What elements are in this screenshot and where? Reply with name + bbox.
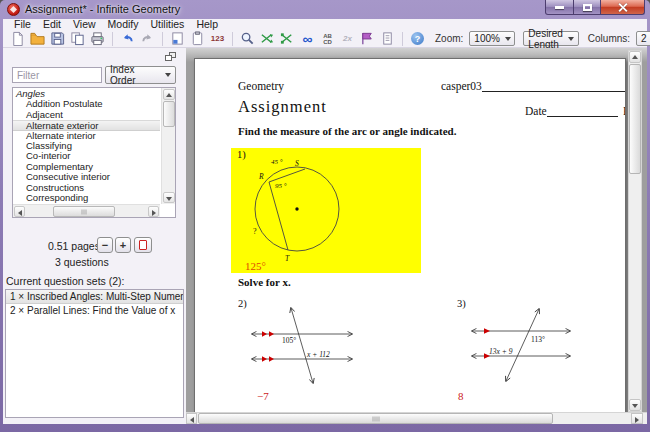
scroll-left-icon[interactable] [186, 413, 197, 424]
question-set-item-selected[interactable]: 1 × Inscribed Angles: Multi-Step Numeric [6, 290, 183, 304]
sidebar: Index Order Angles Addition Postulate Ad… [3, 48, 186, 424]
topic-item-selected[interactable]: Alternate exterior [13, 120, 160, 130]
infinite-questions-icon[interactable]: ∞ [299, 31, 316, 47]
scroll-right-icon[interactable] [148, 206, 159, 217]
redo-icon[interactable] [139, 31, 156, 47]
toolbar: 123 ∞ ABCD 2x ? Zoom: 100% Desired Lengt… [3, 30, 647, 48]
topic-list: Angles Addition Postulate Adjacent Alter… [12, 87, 176, 218]
menu-view[interactable]: View [67, 19, 102, 30]
scroll-thumb[interactable] [53, 206, 115, 217]
scroll-down-icon[interactable] [163, 192, 175, 203]
svg-text:S: S [295, 159, 299, 168]
order-combo[interactable]: Index Order [105, 66, 176, 84]
topic-list-hscrollbar[interactable] [13, 204, 160, 217]
worksheet-page: Geometry casper03 Assignment Date P Find… [194, 58, 626, 413]
question2-answer: −7 [257, 390, 269, 402]
menu-file[interactable]: File [8, 19, 37, 30]
svg-text:?: ? [253, 227, 257, 236]
menu-help[interactable]: Help [190, 19, 224, 30]
remove-question-button[interactable]: − [97, 237, 113, 253]
chevron-down-icon [165, 73, 171, 77]
questions-count: 3 questions [55, 256, 109, 268]
page-setup-icon[interactable] [169, 31, 186, 47]
toolbar-separator [162, 32, 163, 46]
flag-icon[interactable] [359, 31, 376, 47]
worksheet-title: Assignment [238, 97, 327, 117]
scroll-up-icon[interactable] [629, 51, 641, 63]
svg-text:R: R [258, 172, 264, 181]
menu-modify[interactable]: Modify [102, 19, 145, 30]
maximize-button[interactable] [574, 0, 601, 15]
zoom-window-icon[interactable] [239, 31, 256, 47]
open-folder-icon[interactable] [29, 31, 46, 47]
topic-item[interactable]: Consecutive interior [13, 172, 160, 182]
document-vscrollbar[interactable] [628, 50, 642, 412]
duplicate-icon[interactable] [69, 31, 86, 47]
zoom-combo[interactable]: 100% [469, 31, 515, 46]
scroll-right-icon[interactable] [631, 413, 643, 424]
numbering-icon[interactable]: 123 [209, 31, 226, 47]
multiple-choices-icon[interactable]: ABCD [319, 31, 336, 47]
question1-answer: 125° [245, 260, 266, 272]
scroll-down-icon[interactable] [629, 399, 641, 411]
maximize-icon [583, 4, 592, 11]
svg-text:x + 112: x + 112 [306, 350, 330, 359]
question1-diagram[interactable]: 45 ° S R 95 ° ? T [231, 148, 421, 273]
undock-panel-icon[interactable] [165, 52, 176, 61]
scroll-thumb[interactable] [198, 413, 553, 424]
course-name: Geometry [238, 80, 284, 92]
columns-combo[interactable]: 2 [636, 31, 650, 46]
scroll-up-icon[interactable] [163, 89, 175, 100]
pages-count: 0.51 pages [48, 240, 100, 252]
print-icon[interactable] [89, 31, 106, 47]
app-window: Assignment* - Infinite Geometry File Edi… [0, 0, 650, 432]
menu-edit[interactable]: Edit [37, 19, 67, 30]
new-document-icon[interactable] [9, 31, 26, 47]
spacing-icon[interactable]: 2x [339, 31, 356, 47]
question3-answer: 8 [458, 390, 464, 402]
app-icon [7, 3, 20, 16]
titlebar[interactable]: Assignment* - Infinite Geometry [0, 0, 650, 19]
scroll-thumb[interactable] [163, 101, 175, 127]
chevron-down-icon [568, 37, 574, 41]
question2-diagram[interactable]: 105° x + 112 [235, 299, 365, 394]
undo-icon[interactable] [119, 31, 136, 47]
scroll-left-icon[interactable] [14, 206, 25, 217]
svg-text:105°: 105° [282, 336, 296, 345]
section2-heading: Solve for x. [238, 276, 291, 288]
toolbar-separator [112, 32, 113, 46]
document-hscrollbar[interactable] [186, 412, 647, 424]
question3-diagram[interactable]: 113° 13x + 9 [455, 299, 585, 394]
window-title: Assignment* - Infinite Geometry [25, 3, 180, 15]
chevron-down-icon [505, 37, 511, 41]
save-icon[interactable] [49, 31, 66, 47]
scroll-thumb[interactable] [629, 64, 641, 174]
filter-input[interactable] [12, 67, 102, 83]
scramble-questions-icon[interactable] [259, 31, 276, 47]
minimize-icon [555, 6, 564, 9]
name-line: casper03 [441, 80, 626, 92]
period-label-partial: P [623, 105, 626, 117]
scramble-choices-icon[interactable] [279, 31, 296, 47]
topic-item[interactable]: Adjacent [13, 110, 160, 120]
help-icon[interactable]: ? [409, 31, 426, 47]
spacing-combo[interactable]: Desired Length [523, 31, 578, 46]
zoom-label: Zoom: [435, 33, 463, 44]
question-set-item[interactable]: 2 × Parallel Lines: Find the Value of x [6, 304, 183, 318]
date-line: Date [525, 105, 618, 117]
question-sets-list: 1 × Inscribed Angles: Multi-Step Numeric… [5, 289, 184, 418]
directions-icon[interactable] [379, 31, 396, 47]
answer-sheet-button[interactable] [134, 237, 152, 253]
svg-text:T: T [285, 254, 290, 263]
close-button[interactable] [601, 0, 645, 15]
minimize-button[interactable] [545, 0, 574, 15]
topic-list-vscrollbar[interactable] [161, 88, 175, 204]
clipboard-icon[interactable] [189, 31, 206, 47]
svg-text:45 °: 45 ° [271, 158, 283, 166]
menu-utilities[interactable]: Utilities [145, 19, 191, 30]
columns-label: Columns: [588, 33, 630, 44]
document-view: Geometry casper03 Assignment Date P Find… [186, 48, 647, 424]
topic-item[interactable]: Corresponding [13, 193, 160, 203]
add-question-button[interactable]: + [115, 237, 131, 253]
svg-text:95 °: 95 ° [275, 182, 287, 190]
